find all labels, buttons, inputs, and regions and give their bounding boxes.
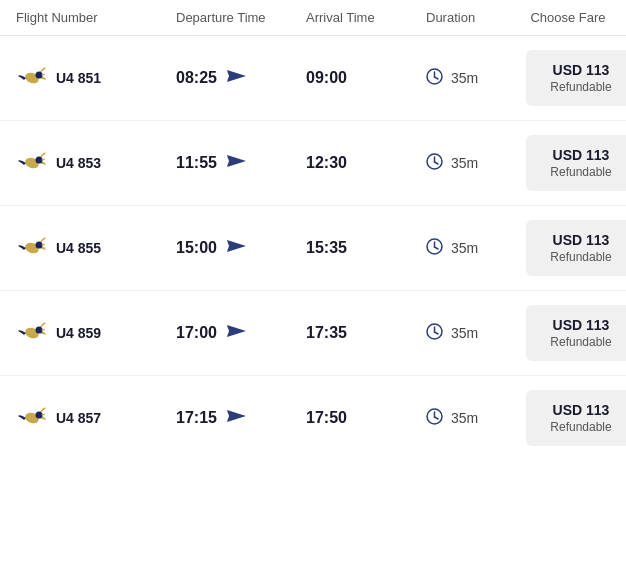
duration-cell: 35m bbox=[426, 323, 526, 343]
departure-time: 17:00 bbox=[176, 324, 217, 342]
fare-amount: USD 113 bbox=[542, 232, 620, 248]
svg-line-24 bbox=[435, 417, 439, 419]
col-duration: Duration bbox=[426, 10, 526, 25]
airline-icon bbox=[16, 147, 48, 179]
arrival-cell: 09:00 bbox=[306, 69, 426, 87]
flight-number-text: U4 857 bbox=[56, 410, 101, 426]
fare-button[interactable]: USD 113 Refundable bbox=[526, 220, 626, 276]
table-row-5: U4 857 17:15 17:50 bbox=[0, 376, 626, 460]
departure-cell: 17:15 bbox=[176, 407, 306, 430]
flight-number-text: U4 855 bbox=[56, 240, 101, 256]
table-row-4: U4 859 17:00 17:35 bbox=[0, 291, 626, 376]
table-row-3: U4 855 15:00 15:35 bbox=[0, 206, 626, 291]
svg-line-4 bbox=[435, 77, 439, 79]
arrival-time: 15:35 bbox=[306, 239, 347, 257]
flight-number-cell: U4 853 bbox=[16, 147, 176, 179]
clock-icon bbox=[426, 408, 443, 428]
departure-cell: 08:25 bbox=[176, 67, 306, 90]
duration-text: 35m bbox=[451, 70, 478, 86]
arrival-time: 17:35 bbox=[306, 324, 347, 342]
fare-type: Refundable bbox=[542, 250, 620, 264]
arrival-cell: 17:35 bbox=[306, 324, 426, 342]
fare-type: Refundable bbox=[542, 80, 620, 94]
flight-number-text: U4 853 bbox=[56, 155, 101, 171]
airline-icon bbox=[16, 402, 48, 434]
fare-amount: USD 113 bbox=[542, 147, 620, 163]
fare-amount: USD 113 bbox=[542, 402, 620, 418]
flight-number-cell: U4 851 bbox=[16, 62, 176, 94]
fare-cell: USD 113 Refundable bbox=[526, 390, 626, 446]
col-choose-fare: Choose Fare bbox=[526, 10, 610, 25]
arrival-time: 09:00 bbox=[306, 69, 347, 87]
duration-text: 35m bbox=[451, 155, 478, 171]
table-row-2: U4 853 11:55 12:30 bbox=[0, 121, 626, 206]
departure-time: 08:25 bbox=[176, 69, 217, 87]
duration-cell: 35m bbox=[426, 238, 526, 258]
fare-type: Refundable bbox=[542, 165, 620, 179]
flight-number-cell: U4 855 bbox=[16, 232, 176, 264]
arrival-cell: 12:30 bbox=[306, 154, 426, 172]
departure-time: 15:00 bbox=[176, 239, 217, 257]
fare-button[interactable]: USD 113 Refundable bbox=[526, 390, 626, 446]
table-header: Flight Number Departure Time Arrival Tim… bbox=[0, 0, 626, 36]
departure-time: 11:55 bbox=[176, 154, 217, 172]
duration-text: 35m bbox=[451, 325, 478, 341]
arrival-time: 12:30 bbox=[306, 154, 347, 172]
clock-icon bbox=[426, 153, 443, 173]
fare-cell: USD 113 Refundable bbox=[526, 135, 626, 191]
departure-cell: 17:00 bbox=[176, 322, 306, 345]
col-arrival: Arrival Time bbox=[306, 10, 426, 25]
fare-button[interactable]: USD 113 Refundable bbox=[526, 50, 626, 106]
fare-type: Refundable bbox=[542, 420, 620, 434]
arrival-cell: 17:50 bbox=[306, 409, 426, 427]
flight-number-text: U4 859 bbox=[56, 325, 101, 341]
fare-button[interactable]: USD 113 Refundable bbox=[526, 305, 626, 361]
plane-icon bbox=[225, 407, 247, 430]
duration-text: 35m bbox=[451, 410, 478, 426]
airline-icon bbox=[16, 317, 48, 349]
col-flight-number: Flight Number bbox=[16, 10, 176, 25]
fare-button[interactable]: USD 113 Refundable bbox=[526, 135, 626, 191]
arrival-cell: 15:35 bbox=[306, 239, 426, 257]
col-departure: Departure Time bbox=[176, 10, 306, 25]
plane-icon bbox=[225, 67, 247, 90]
fare-amount: USD 113 bbox=[542, 317, 620, 333]
departure-cell: 11:55 bbox=[176, 152, 306, 175]
departure-cell: 15:00 bbox=[176, 237, 306, 260]
airline-icon bbox=[16, 62, 48, 94]
plane-icon bbox=[225, 152, 247, 175]
duration-cell: 35m bbox=[426, 68, 526, 88]
arrival-time: 17:50 bbox=[306, 409, 347, 427]
fare-cell: USD 113 Refundable bbox=[526, 50, 626, 106]
clock-icon bbox=[426, 238, 443, 258]
airline-icon bbox=[16, 232, 48, 264]
flight-number-text: U4 851 bbox=[56, 70, 101, 86]
plane-icon bbox=[225, 322, 247, 345]
clock-icon bbox=[426, 323, 443, 343]
flight-number-cell: U4 857 bbox=[16, 402, 176, 434]
svg-line-14 bbox=[435, 247, 439, 249]
svg-line-19 bbox=[435, 332, 439, 334]
fare-cell: USD 113 Refundable bbox=[526, 220, 626, 276]
plane-icon bbox=[225, 237, 247, 260]
fare-type: Refundable bbox=[542, 335, 620, 349]
fare-amount: USD 113 bbox=[542, 62, 620, 78]
fare-cell: USD 113 Refundable bbox=[526, 305, 626, 361]
duration-text: 35m bbox=[451, 240, 478, 256]
flight-number-cell: U4 859 bbox=[16, 317, 176, 349]
departure-time: 17:15 bbox=[176, 409, 217, 427]
flights-list: U4 851 08:25 09:00 bbox=[0, 36, 626, 460]
clock-icon bbox=[426, 68, 443, 88]
table-row-1: U4 851 08:25 09:00 bbox=[0, 36, 626, 121]
svg-line-9 bbox=[435, 162, 439, 164]
duration-cell: 35m bbox=[426, 408, 526, 428]
duration-cell: 35m bbox=[426, 153, 526, 173]
